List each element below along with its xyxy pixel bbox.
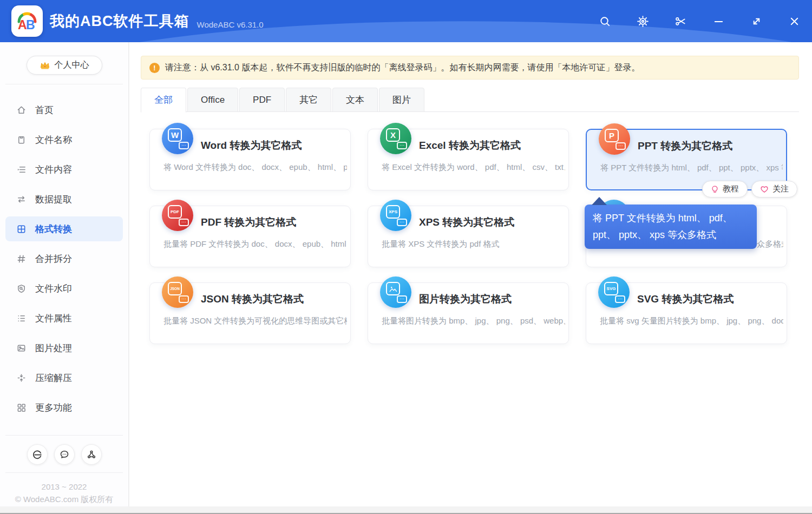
sidebar-item-data-extract[interactable]: 数据提取 <box>5 187 123 212</box>
heart-icon <box>760 185 769 193</box>
icon-glyph: PDF <box>168 205 182 219</box>
card-desc: 批量将 XPS 文件转换为 pdf 格式 <box>382 239 565 249</box>
app-version: WodeABC v6.31.0 <box>197 20 264 29</box>
watermark-shield-icon <box>16 284 27 294</box>
sidebar-item-label: 数据提取 <box>35 193 72 206</box>
icon-glyph: XPS <box>386 205 400 219</box>
sidebar-item-watermark[interactable]: 文件水印 <box>5 276 123 301</box>
sidebar-item-more[interactable]: 更多功能 <box>5 395 123 420</box>
titlebar-actions <box>598 0 801 42</box>
file-content-icon <box>16 164 27 175</box>
card-desc: 将 Word 文件转换为 doc、 docx、 epub、 html、 pd <box>163 162 347 173</box>
icon-glyph <box>386 282 400 295</box>
chat-feedback-icon[interactable] <box>54 444 75 465</box>
sidebar-item-label: 文件内容 <box>35 163 72 176</box>
close-icon[interactable] <box>788 15 801 28</box>
personal-center-button[interactable]: 个人中心 <box>27 56 102 75</box>
share-nodes-icon[interactable] <box>81 444 102 465</box>
bulb-icon <box>711 185 719 194</box>
maximize-icon[interactable] <box>750 15 763 28</box>
icon-glyph: JSON <box>168 282 182 295</box>
image-convert-icon <box>380 276 411 308</box>
format-convert-icon <box>16 224 27 234</box>
sidebar-item-home[interactable]: 首页 <box>5 97 123 122</box>
icon-mini-box <box>397 295 407 303</box>
crown-icon <box>40 61 50 70</box>
copyright-owner: © WodeABC.com 版权所有 <box>0 493 128 505</box>
sidebar-item-file-content[interactable]: 文件内容 <box>5 157 123 182</box>
sidebar-item-image-process[interactable]: 图片处理 <box>5 335 123 360</box>
ie-browser-icon[interactable] <box>27 444 48 465</box>
card-pdf-convert[interactable]: PDF PDF 转换为其它格式 批量将 PDF 文件转换为 doc、 docx、… <box>149 206 351 267</box>
card-title: PPT 转换为其它格式 <box>638 139 732 153</box>
card-word-convert[interactable]: W Word 转换为其它格式 将 Word 文件转换为 doc、 docx、 e… <box>149 129 351 190</box>
ppt-tooltip: 将 PPT 文件转换为 html、 pdf、 ppt、 pptx、 xps 等众… <box>585 205 757 249</box>
minimize-icon[interactable] <box>712 15 725 28</box>
ppt-convert-icon: P <box>599 123 630 155</box>
tutorial-label: 教程 <box>723 184 739 194</box>
word-convert-icon: W <box>162 123 193 154</box>
category-tabs: 全部 Office PDF 其它 文本 图片 <box>141 88 799 112</box>
card-ppt-convert[interactable]: P PPT 转换为其它格式 将 PPT 文件转换为 html、 pdf、 ppt… <box>586 129 787 190</box>
card-svg-convert[interactable]: SVG SVG 转换为其它格式 批量将 svg 矢量图片转换为 bmp、 jpg… <box>586 282 787 344</box>
tab-other[interactable]: 其它 <box>286 88 331 112</box>
icon-mini-box <box>615 142 626 150</box>
svg-text:B: B <box>26 18 35 32</box>
card-desc: 将 PPT 文件转换为 html、 pdf、 ppt、 pptx、 xps 等 <box>600 163 783 173</box>
sidebar-item-merge-split[interactable]: 合并拆分 <box>5 246 123 271</box>
tab-pdf[interactable]: PDF <box>239 88 285 112</box>
sidebar-item-label: 文件名称 <box>35 134 72 146</box>
picture-icon <box>389 286 397 292</box>
tooltip-arrow-icon <box>592 197 607 205</box>
notice-text: 请注意：从 v6.31.0 版本起，软件不再支持旧版的临时的「离线登录码」。如有… <box>165 62 640 74</box>
sidebar-item-format-convert[interactable]: 格式转换 <box>5 216 123 241</box>
alert-icon: ! <box>149 63 160 73</box>
sidebar-social <box>0 444 128 465</box>
card-json-convert[interactable]: JSON JSON 转换为其它格式 批量将 JSON 文件转换为可视化的思维导图… <box>149 282 351 344</box>
sidebar: 个人中心 首页 文件名称 文件内容 数据提取 格式转换 合并拆分 文 <box>0 42 129 506</box>
image-process-icon <box>16 343 27 353</box>
sidebar-item-file-props[interactable]: 文件属性 <box>5 306 123 331</box>
card-title: XPS 转换为其它格式 <box>419 215 514 229</box>
card-desc: 批量将图片转换为 bmp、 jpg、 png、 psd、 webp、 <box>382 316 565 326</box>
app-title: 我的ABC软件工具箱 <box>50 11 189 31</box>
card-title: JSON 转换为其它格式 <box>201 292 304 306</box>
sidebar-item-label: 图片处理 <box>35 342 72 354</box>
follow-button[interactable]: 关注 <box>751 181 797 197</box>
icon-glyph: P <box>605 129 619 142</box>
sidebar-copyright: 2013 ~ 2022 © WodeABC.com 版权所有 <box>0 480 128 505</box>
icon-mini-box <box>179 219 189 226</box>
card-excel-convert[interactable]: X Excel 转换为其它格式 将 Excel 文件转换为 word、 pdf、… <box>368 129 569 190</box>
icon-mini-box <box>615 295 625 303</box>
card-xps-convert[interactable]: XPS XPS 转换为其它格式 批量将 XPS 文件转换为 pdf 格式 <box>368 206 569 267</box>
icon-mini-box <box>397 142 407 149</box>
settings-gear-icon[interactable] <box>636 15 649 28</box>
sidebar-divider <box>5 435 123 436</box>
tab-office[interactable]: Office <box>187 88 238 112</box>
home-icon <box>16 105 27 115</box>
sidebar-item-label: 格式转换 <box>35 223 72 235</box>
notice-banner: ! 请注意：从 v6.31.0 版本起，软件不再支持旧版的临时的「离线登录码」。… <box>141 56 799 80</box>
card-image-convert[interactable]: 图片转换为其它格式 批量将图片转换为 bmp、 jpg、 png、 psd、 w… <box>368 282 569 344</box>
tutorial-button[interactable]: 教程 <box>702 181 748 197</box>
card-desc: 批量将 PDF 文件转换为 doc、 docx、 epub、 html、 <box>163 239 347 249</box>
tab-all[interactable]: 全部 <box>141 88 186 113</box>
search-icon[interactable] <box>598 15 611 28</box>
sidebar-divider <box>5 84 123 84</box>
icon-glyph: W <box>168 128 182 142</box>
sidebar-item-file-name[interactable]: 文件名称 <box>5 127 123 152</box>
card-title: PDF 转换为其它格式 <box>201 215 296 229</box>
icon-glyph: SVG <box>604 282 618 295</box>
tab-text[interactable]: 文本 <box>332 88 378 112</box>
app-title-group: 我的ABC软件工具箱 WodeABC v6.31.0 <box>50 0 264 42</box>
pdf-convert-icon: PDF <box>162 200 193 231</box>
tab-image[interactable]: 图片 <box>379 88 424 112</box>
svg-convert-icon: SVG <box>598 276 630 308</box>
card-title: 图片转换为其它格式 <box>419 292 512 306</box>
sidebar-item-compress[interactable]: 压缩解压 <box>5 365 123 390</box>
personal-center-label: 个人中心 <box>55 60 89 71</box>
sidebar-item-label: 更多功能 <box>35 401 72 414</box>
card-title: SVG 转换为其它格式 <box>637 292 734 306</box>
cut-scissors-icon[interactable] <box>674 15 687 28</box>
sidebar-item-label: 首页 <box>35 104 54 116</box>
